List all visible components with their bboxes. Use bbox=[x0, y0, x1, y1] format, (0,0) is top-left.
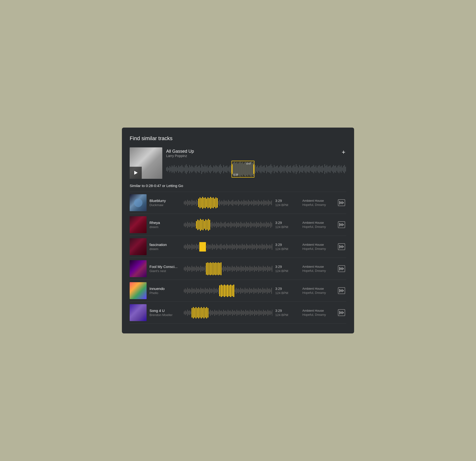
svg-rect-259 bbox=[199, 220, 200, 229]
svg-rect-539 bbox=[257, 289, 258, 292]
svg-rect-20 bbox=[188, 167, 189, 171]
svg-rect-203 bbox=[225, 201, 225, 205]
track-action[interactable] bbox=[337, 221, 346, 228]
svg-rect-209 bbox=[231, 201, 232, 205]
svg-rect-620 bbox=[261, 311, 262, 315]
svg-rect-194 bbox=[214, 199, 215, 207]
svg-rect-15 bbox=[183, 166, 183, 172]
svg-rect-178 bbox=[194, 201, 195, 205]
svg-rect-335 bbox=[196, 244, 197, 250]
add-button[interactable]: + bbox=[341, 149, 346, 155]
svg-rect-548 bbox=[267, 288, 268, 294]
svg-rect-58 bbox=[230, 165, 230, 173]
svg-rect-623 bbox=[264, 311, 265, 315]
waveform-action-icon[interactable] bbox=[338, 199, 345, 206]
thumbnail-image bbox=[130, 282, 147, 299]
svg-rect-475 bbox=[271, 267, 271, 270]
svg-rect-28 bbox=[197, 167, 198, 171]
svg-rect-467 bbox=[262, 267, 263, 270]
svg-rect-421 bbox=[208, 263, 209, 275]
svg-rect-47 bbox=[218, 167, 219, 171]
play-button[interactable] bbox=[130, 167, 142, 179]
svg-rect-330 bbox=[190, 246, 191, 248]
svg-rect-191 bbox=[210, 197, 211, 209]
track-genre: Ambient House bbox=[302, 265, 334, 268]
svg-rect-386 bbox=[258, 246, 259, 248]
svg-rect-181 bbox=[197, 201, 198, 205]
svg-rect-294 bbox=[239, 223, 240, 226]
svg-rect-469 bbox=[264, 267, 265, 271]
svg-rect-530 bbox=[247, 288, 248, 293]
svg-rect-424 bbox=[212, 262, 213, 275]
svg-rect-398 bbox=[272, 244, 272, 250]
svg-rect-512 bbox=[224, 285, 225, 297]
svg-rect-100 bbox=[276, 166, 277, 172]
track-duration: 3:29 bbox=[275, 309, 299, 313]
svg-rect-484 bbox=[192, 288, 192, 294]
svg-rect-289 bbox=[234, 222, 235, 227]
svg-rect-7 bbox=[174, 165, 175, 173]
svg-rect-117 bbox=[295, 167, 295, 172]
svg-rect-533 bbox=[250, 289, 251, 293]
svg-rect-14 bbox=[182, 165, 182, 173]
svg-rect-594 bbox=[232, 310, 233, 316]
icon-bar bbox=[339, 245, 340, 248]
svg-rect-240 bbox=[266, 201, 267, 205]
track-action[interactable] bbox=[337, 309, 346, 316]
icon-bar bbox=[340, 246, 341, 248]
thumbnail-image bbox=[130, 304, 147, 321]
track-name-col: fascination dreem bbox=[149, 243, 181, 251]
svg-rect-537 bbox=[255, 289, 255, 293]
svg-rect-491 bbox=[199, 289, 200, 292]
svg-rect-423 bbox=[211, 263, 212, 275]
svg-rect-130 bbox=[309, 165, 310, 173]
svg-rect-126 bbox=[305, 166, 305, 172]
svg-rect-371 bbox=[242, 244, 243, 250]
waveform-action-icon[interactable] bbox=[338, 243, 345, 250]
svg-rect-595 bbox=[233, 311, 234, 315]
svg-rect-538 bbox=[256, 288, 256, 293]
svg-rect-99 bbox=[275, 167, 276, 172]
icon-bar bbox=[339, 289, 340, 292]
svg-rect-280 bbox=[224, 222, 225, 227]
svg-rect-113 bbox=[290, 165, 291, 173]
svg-rect-596 bbox=[234, 311, 235, 315]
svg-rect-246 bbox=[184, 223, 185, 226]
svg-rect-224 bbox=[248, 200, 249, 206]
svg-rect-542 bbox=[260, 288, 261, 293]
svg-rect-321 bbox=[269, 223, 270, 226]
svg-rect-95 bbox=[271, 164, 271, 174]
svg-rect-389 bbox=[262, 244, 263, 250]
track-action[interactable] bbox=[337, 265, 346, 272]
track-name-col: Innuendo Phello bbox=[149, 287, 181, 295]
svg-rect-544 bbox=[263, 288, 263, 294]
waveform-action-icon[interactable] bbox=[338, 221, 345, 228]
svg-rect-147 bbox=[328, 167, 328, 172]
svg-rect-401 bbox=[186, 267, 187, 270]
waveform-action-icon[interactable] bbox=[338, 309, 345, 316]
svg-rect-437 bbox=[229, 267, 229, 271]
waveform-action-icon[interactable] bbox=[338, 265, 345, 272]
track-action[interactable] bbox=[337, 243, 346, 250]
svg-rect-619 bbox=[260, 311, 261, 315]
svg-rect-449 bbox=[242, 267, 243, 271]
track-action[interactable] bbox=[337, 199, 346, 206]
svg-rect-241 bbox=[267, 202, 268, 204]
svg-rect-453 bbox=[246, 267, 247, 271]
svg-rect-94 bbox=[269, 165, 270, 173]
svg-rect-206 bbox=[228, 200, 229, 206]
mini-waveform-svg bbox=[184, 196, 272, 209]
track-action[interactable] bbox=[337, 287, 346, 294]
svg-rect-205 bbox=[227, 202, 228, 204]
svg-rect-394 bbox=[267, 245, 268, 249]
mini-waveform-svg bbox=[184, 306, 272, 319]
svg-rect-85 bbox=[260, 166, 260, 172]
waveform-action-icon[interactable] bbox=[338, 287, 345, 294]
svg-rect-575 bbox=[211, 311, 212, 315]
svg-rect-183 bbox=[200, 198, 201, 208]
svg-rect-571 bbox=[206, 307, 207, 318]
svg-rect-609 bbox=[249, 312, 249, 314]
svg-rect-501 bbox=[210, 289, 211, 293]
svg-rect-29 bbox=[198, 166, 199, 172]
svg-rect-511 bbox=[222, 285, 223, 296]
